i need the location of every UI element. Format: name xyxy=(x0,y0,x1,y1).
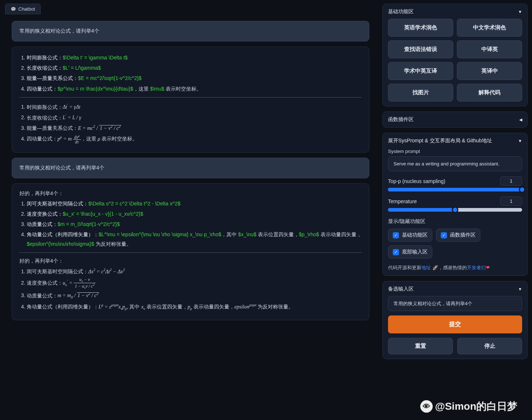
user-message: 常用的狭义相对论公式，请列举4个 xyxy=(12,21,369,41)
temperature-label: Temperature xyxy=(388,198,417,204)
contributors-link[interactable]: 开发者们 xyxy=(467,265,486,270)
system-prompt-label: System prompt xyxy=(388,149,522,154)
action-button-5[interactable]: 英译中 xyxy=(457,62,522,80)
reset-button[interactable]: 重置 xyxy=(388,338,453,354)
checkbox-icon: ✓ xyxy=(393,232,399,238)
panel-basics: 基础功能区 ▼ 英语学术润色中文学术润色查找语法错误中译英学术中英互译英译中找图… xyxy=(383,4,528,106)
chevron-down-icon: ▼ xyxy=(518,10,522,14)
temperature-value[interactable]: 1 xyxy=(500,197,522,206)
checkbox-icon: ✓ xyxy=(441,232,447,238)
panel-header-plugins[interactable]: 函数插件区 ◀ xyxy=(388,116,522,123)
panel-plugins: 函数插件区 ◀ xyxy=(383,112,528,128)
formula-list-rendered: 时间膨胀公式：Δt′ = γΔt 长度收缩公式：L′ = L / γ 能量—质量… xyxy=(19,97,362,145)
bot-message: 时间膨胀公式：$\Delta t' = \gamma \Delta t$ 长度收… xyxy=(12,47,369,153)
panel-submit: 备选输入区 ▼ 提交 重置 停止 xyxy=(383,281,528,359)
topp-label: Top-p (nucleus sampling) xyxy=(388,178,445,184)
toggle-chip-1[interactable]: ✓函数插件区 xyxy=(436,229,480,242)
user-message: 常用的狭义相对论公式，请再列举4个 xyxy=(12,158,369,178)
bot-message: 好的，再列举4个： 闵可夫斯基时空间隔公式：$\Delta s^2 = c^2 … xyxy=(12,183,369,320)
action-button-3[interactable]: 中译英 xyxy=(457,40,522,58)
sidebar: 基础功能区 ▼ 英语学术润色中文学术润色查找语法错误中译英学术中英互译英译中找图… xyxy=(383,0,532,420)
chat-scroll[interactable]: 常用的狭义相对论公式，请列举4个 时间膨胀公式：$\Delta t' = \ga… xyxy=(5,17,377,416)
submit-button[interactable]: 提交 xyxy=(388,315,522,333)
tab-label: Chatbot xyxy=(18,6,35,12)
toggle-chip-0[interactable]: ✓基础功能区 xyxy=(388,229,432,242)
toggle-chip-2[interactable]: ✓底部输入区 xyxy=(388,245,432,259)
topp-slider[interactable] xyxy=(388,188,522,191)
temperature-slider[interactable] xyxy=(388,208,522,212)
chevron-down-icon: ▼ xyxy=(518,139,522,143)
formula-list-raw: 闵可夫斯基时空间隔公式：$\Delta s^2 = c^2 \Delta t^2… xyxy=(27,199,362,249)
action-button-0[interactable]: 英语学术润色 xyxy=(388,19,453,37)
panel-advanced: 展开SysPrompt & 交互界面布局 & Github地址 ▼ System… xyxy=(383,133,528,276)
heart-icon: ❤ xyxy=(486,265,490,270)
chevron-down-icon: ▼ xyxy=(518,287,522,291)
action-button-4[interactable]: 学术中英互译 xyxy=(388,62,453,80)
rocket-icon: 🚀 xyxy=(432,265,438,270)
chat-icon: 💬 xyxy=(11,7,16,12)
chevron-left-icon: ◀ xyxy=(519,117,522,122)
action-button-7[interactable]: 解释代码 xyxy=(457,84,522,102)
panel-header-advanced[interactable]: 展开SysPrompt & 交互界面布局 & Github地址 ▼ xyxy=(388,138,522,144)
stop-button[interactable]: 停止 xyxy=(457,338,522,354)
repo-link[interactable]: 地址 xyxy=(421,265,431,270)
system-prompt-input[interactable] xyxy=(388,156,522,171)
topp-value[interactable]: 1 xyxy=(500,176,522,186)
checkbox-icon: ✓ xyxy=(393,249,399,255)
tab-bar: 💬 Chatbot xyxy=(5,4,377,14)
toggle-group-title: 显示/隐藏功能区 xyxy=(388,218,522,225)
panel-header-submit[interactable]: 备选输入区 ▼ xyxy=(388,286,522,292)
footer-note: 代码开源和更新地址 🚀，感谢热情的开发者们❤ xyxy=(388,264,522,271)
tab-chatbot[interactable]: 💬 Chatbot xyxy=(5,4,41,14)
prompt-input[interactable] xyxy=(388,296,522,311)
action-button-1[interactable]: 中文学术润色 xyxy=(457,19,522,37)
formula-list-rendered: 好的，再列举4个： 闵可夫斯基时空间隔公式：Δs2 = c2Δt2 − Δx2 … xyxy=(19,252,362,312)
panel-header-basics[interactable]: 基础功能区 ▼ xyxy=(388,8,522,15)
formula-list-raw: 时间膨胀公式：$\Delta t' = \gamma \Delta t$ 长度收… xyxy=(27,53,362,94)
action-button-6[interactable]: 找图片 xyxy=(388,84,453,102)
action-button-2[interactable]: 查找语法错误 xyxy=(388,40,453,58)
